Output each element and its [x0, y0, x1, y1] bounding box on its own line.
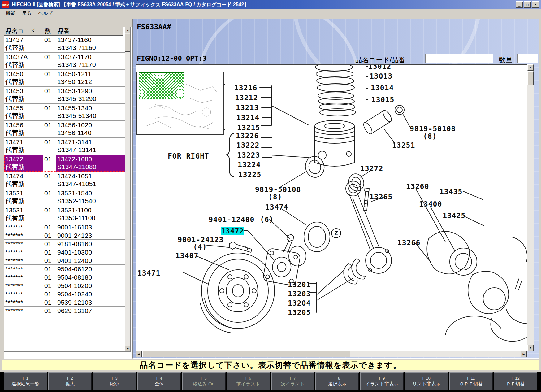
hscroll-thumb[interactable]: [142, 351, 350, 357]
part-label[interactable]: 13472: [221, 227, 244, 235]
table-row[interactable]: 13531代替新0113531-1100S1353-11100: [4, 206, 130, 223]
thumbnail-selection-region[interactable]: [139, 72, 184, 99]
part-label[interactable]: 13265: [370, 193, 392, 201]
part-label[interactable]: 13225: [238, 171, 261, 179]
window-title: HIECHO-II [品番検索] 【車番 FS633A-20054 / 型式＋サ…: [12, 2, 249, 8]
table-row[interactable]: 13437代替新0113437-1160S1343-71160: [4, 36, 130, 53]
table-row[interactable]: *******019629-13107: [4, 307, 130, 315]
fkey-f11[interactable]: F 11ＯＰＴ切替: [449, 372, 493, 390]
part-label[interactable]: FOR RIGHT: [168, 152, 209, 160]
table-row[interactable]: *******019504-06120: [4, 265, 130, 273]
vscroll-thumb[interactable]: [125, 34, 131, 52]
part-search-input[interactable]: [425, 54, 493, 63]
table-row[interactable]: *******019181-08160: [4, 240, 130, 248]
table-row[interactable]: 13450代替新0113450-121113450-1212: [4, 70, 130, 87]
part-label[interactable]: 13260: [406, 182, 429, 190]
scroll-left-icon[interactable]: ◀: [136, 351, 142, 357]
part-label[interactable]: 13223: [237, 151, 260, 159]
part-label[interactable]: 13222: [236, 141, 259, 149]
diagram-hscrollbar[interactable]: ◀ ▶: [136, 351, 527, 357]
part-label[interactable]: Z: [331, 228, 341, 238]
table-row[interactable]: 13472代替新0113472-1080S1347-21080: [4, 155, 130, 172]
fkey-f8[interactable]: F 8選択表示: [315, 372, 359, 390]
part-label[interactable]: 13212: [235, 94, 258, 102]
menu-item[interactable]: 機能: [2, 10, 19, 17]
parts-list-vscrollbar[interactable]: ▲ ▼: [125, 27, 131, 352]
fkey-f12[interactable]: F 12ＰＦ切替: [494, 372, 537, 390]
part-label[interactable]: (8): [268, 193, 282, 201]
part-label[interactable]: (6): [260, 216, 274, 224]
table-row[interactable]: 13437A代替新0113437-1170S1343-71170: [4, 53, 130, 70]
part-label[interactable]: 13205: [288, 308, 311, 316]
table-row[interactable]: *******019401-12400: [4, 256, 130, 265]
part-label[interactable]: 13215: [237, 124, 260, 132]
fkey-f6[interactable]: F 6前イラスト: [227, 372, 270, 390]
scroll-down-icon[interactable]: ▼: [527, 345, 534, 351]
diagram-thumbnail[interactable]: [136, 72, 224, 135]
fkey-f9[interactable]: F 9イラスト非表示: [360, 372, 404, 390]
part-label[interactable]: 13201: [288, 281, 311, 289]
scroll-right-icon[interactable]: ▶: [521, 351, 527, 357]
part-label[interactable]: (8): [423, 132, 437, 140]
fkey-f3[interactable]: F 3縮小: [93, 372, 136, 390]
part-label[interactable]: 9819-50108: [255, 185, 301, 194]
scroll-down-icon[interactable]: ▼: [125, 346, 131, 352]
close-icon[interactable]: ×: [532, 1, 539, 8]
table-row[interactable]: *******019504-08180: [4, 273, 130, 281]
part-label[interactable]: 13474: [265, 203, 288, 211]
part-label[interactable]: (4): [193, 243, 207, 251]
diagram-canvas[interactable]: 1301213013130141301513216132121321313214…: [136, 64, 527, 351]
part-label[interactable]: 13471: [137, 269, 160, 277]
header-divider: [133, 51, 539, 51]
qty-input[interactable]: [517, 54, 538, 63]
vscroll-thumb[interactable]: [527, 71, 534, 85]
part-label[interactable]: 13400: [419, 200, 442, 208]
table-row[interactable]: 13521代替新0113521-1540S1352-11540: [4, 189, 130, 206]
table-row[interactable]: *******019401-10300: [4, 248, 130, 256]
part-label[interactable]: 13213: [236, 104, 259, 112]
table-row[interactable]: 13455代替新0113455-1340S1345-51340: [4, 104, 130, 121]
maximize-icon[interactable]: □: [524, 1, 531, 8]
fkey-f10[interactable]: F 10リスト非表示: [405, 372, 448, 390]
part-label[interactable]: 13014: [371, 84, 394, 92]
part-label[interactable]: 13266: [397, 239, 420, 247]
part-label[interactable]: 9401-12400: [209, 216, 254, 224]
table-row[interactable]: 13474代替新0113474-1051S1347-41051: [4, 172, 130, 189]
table-row[interactable]: *******019001-24123: [4, 231, 130, 240]
part-search-label: 品名コード/品番: [355, 55, 405, 65]
table-row[interactable]: *******019539-12103: [4, 298, 130, 307]
part-label[interactable]: 13214: [236, 114, 259, 122]
part-label[interactable]: 13425: [443, 211, 465, 220]
part-label[interactable]: 9001-24123: [178, 236, 223, 244]
part-label[interactable]: 13015: [371, 96, 394, 104]
part-label[interactable]: 13272: [360, 164, 383, 172]
diagram-vscrollbar[interactable]: ▲ ▼: [527, 64, 534, 351]
part-label[interactable]: 13013: [370, 72, 392, 80]
fkey-f2[interactable]: F 2拡大: [48, 372, 92, 390]
fkey-f5[interactable]: F 5絞込み On: [182, 372, 226, 390]
menu-item[interactable]: 戻る: [19, 10, 35, 17]
scroll-up-icon[interactable]: ▲: [527, 64, 534, 71]
part-label[interactable]: 13204: [288, 299, 311, 307]
table-row[interactable]: 13453代替新0113453-1290S1345-31290: [4, 87, 130, 104]
part-label[interactable]: 13224: [238, 161, 261, 169]
table-row[interactable]: 13456代替新0113456-102013456-1140: [4, 121, 130, 138]
fkey-f4[interactable]: F 4全体: [137, 372, 181, 390]
part-label[interactable]: 13251: [392, 141, 415, 149]
fkey-f7[interactable]: F 7次イラスト: [271, 372, 315, 390]
part-label[interactable]: 9819-50108: [410, 125, 456, 133]
part-label[interactable]: 13407: [175, 252, 198, 260]
minimize-icon[interactable]: _: [516, 1, 523, 8]
table-row[interactable]: 13471代替新0113471-3141S1347-13141: [4, 138, 130, 155]
scroll-up-icon[interactable]: ▲: [125, 27, 131, 33]
table-row[interactable]: *******019504-10200: [4, 281, 130, 290]
table-row[interactable]: *******019504-10240: [4, 290, 130, 298]
menu-item[interactable]: ヘルプ: [35, 10, 56, 17]
table-row[interactable]: *******019001-16103: [4, 223, 130, 231]
part-label[interactable]: 13203: [288, 290, 311, 298]
part-label[interactable]: 13435: [439, 188, 462, 196]
part-label[interactable]: 13216: [234, 84, 257, 92]
part-label[interactable]: 13226: [236, 132, 259, 140]
fkey-f1[interactable]: F 1選択結果一覧: [4, 372, 47, 390]
part-label[interactable]: 13012: [368, 64, 391, 70]
